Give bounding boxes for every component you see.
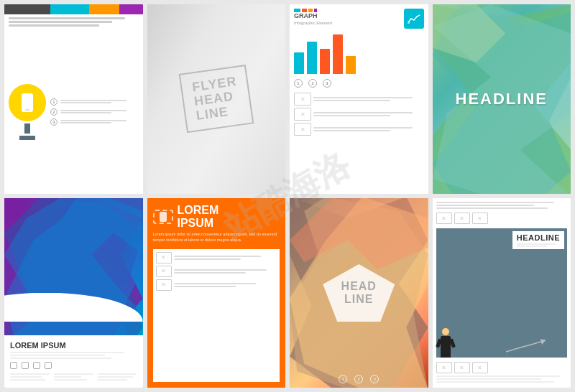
- card-headline-polygon: HEADLINE: [433, 4, 571, 194]
- text-line: [9, 17, 125, 19]
- card6-top: LOREM IPSUM: [153, 204, 280, 229]
- ph-line: [313, 112, 413, 113]
- phone-icon: [160, 212, 167, 222]
- col-line: [10, 376, 42, 378]
- step-line: [60, 120, 126, 121]
- step-row-1: 1: [50, 98, 139, 106]
- step-row-2: 2: [50, 108, 139, 116]
- svg-rect-0: [408, 22, 410, 24]
- step-number-2: 2: [50, 108, 58, 116]
- step-line: [60, 112, 111, 113]
- col-line: [54, 376, 81, 378]
- bar-1: [294, 52, 304, 74]
- phone-stand: [24, 123, 30, 134]
- lorem-line-2: IPSUM: [178, 217, 219, 230]
- card8-lorem-lines: [436, 375, 568, 384]
- text-line: [436, 205, 535, 206]
- ph-box-1: [294, 93, 311, 106]
- text-line: [9, 24, 99, 27]
- sub-line-1: [10, 352, 124, 353]
- line-text: LINE: [344, 293, 373, 305]
- head-text: HEAD: [341, 280, 377, 292]
- card5-icons: [10, 362, 137, 369]
- ph-row-2: ✕: [156, 266, 277, 277]
- step-lines-2: [60, 110, 139, 114]
- bar-teal: [50, 4, 88, 14]
- bar-2: [307, 42, 317, 74]
- card-lorem-polygon: LOREM IPSUM: [4, 198, 143, 388]
- card-flyer-headline: FLYER HEAD LINE: [147, 4, 286, 194]
- sub-line-2: [10, 355, 105, 356]
- ph-line: [313, 127, 413, 129]
- card6-placeholder-area: ✕ ✕ ✕: [153, 249, 280, 382]
- ph-box-d: ✕: [436, 362, 452, 373]
- ph-lines-1: [313, 93, 424, 106]
- step-number-3: 3: [50, 118, 58, 126]
- card6-body-text: Lorem ipsum dolor sit amet,consectetur a…: [153, 232, 280, 243]
- hl-sub-line: [517, 246, 547, 247]
- headline-banner-area: HEADLINE: [436, 228, 568, 358]
- step-lines-3: [60, 120, 139, 124]
- ph-lines-2: [313, 108, 424, 121]
- col-3: [98, 372, 137, 382]
- card1-content: 1 2 3: [4, 14, 143, 194]
- step-line: [60, 102, 111, 103]
- card3-numbers: 1 2 3: [294, 79, 424, 88]
- num-circle-2: 2: [354, 375, 363, 383]
- businessman-figure: [441, 328, 451, 358]
- card7-numbers: 1 2 3: [290, 375, 428, 383]
- ph-lines-3: [313, 123, 424, 136]
- head-line-text: HEAD LINE: [341, 280, 377, 305]
- sub-line-3: [10, 358, 111, 359]
- ph-line: [174, 258, 241, 260]
- col-line: [54, 373, 93, 375]
- ph-box-2: [294, 108, 311, 121]
- card8-top-phs: ✕ ✕ ✕: [436, 213, 568, 224]
- hl-sub-line: [517, 243, 556, 245]
- ph-line: [313, 115, 390, 116]
- svg-marker-13: [540, 339, 546, 345]
- bar-dark: [4, 4, 50, 14]
- col-line: [54, 379, 88, 381]
- step-line: [60, 100, 126, 101]
- chart-icon: [408, 14, 420, 24]
- headline-text: HEADLINE: [517, 233, 560, 242]
- man-body: [441, 336, 451, 358]
- phone-dashed-box: [153, 210, 173, 224]
- ph-lines-1: [174, 252, 277, 263]
- headline-box: FLYER HEAD LINE: [178, 65, 254, 134]
- bar-purple: [119, 4, 142, 14]
- graph-sub: Infographic Element: [294, 21, 332, 25]
- card1-text-lines: [9, 17, 139, 28]
- man-arm-r: [449, 339, 456, 348]
- col-line: [98, 373, 137, 375]
- ph-lines-3: [174, 279, 277, 291]
- ph-box-f: ✕: [472, 362, 488, 373]
- icon-phone: [22, 362, 29, 369]
- icon-mail: [33, 362, 40, 369]
- bar-orange: [89, 4, 120, 14]
- ph-line: [174, 272, 246, 274]
- col-line: [10, 373, 50, 375]
- step-line: [60, 122, 111, 123]
- headline-white-box: HEADLINE: [512, 231, 564, 249]
- step-row-3: 3: [50, 118, 139, 126]
- ph-box-2: ✕: [156, 266, 172, 277]
- step-line: [60, 110, 126, 111]
- phone-base: [19, 136, 35, 140]
- card-mobile-flyer: 1 2 3: [4, 4, 143, 194]
- ph-line: [174, 269, 267, 271]
- ph-box-b: ✕: [454, 213, 470, 224]
- card-graph: GRAPH Infographic Element 1 2 3: [290, 4, 428, 194]
- card1-main-area: 1 2 3: [9, 32, 139, 191]
- num-circle-1: 1: [339, 375, 347, 383]
- card3-top: GRAPH Infographic Element: [294, 9, 424, 29]
- text-line: [436, 207, 548, 209]
- bar-3: [320, 49, 330, 74]
- arrow-chart: [506, 339, 546, 353]
- graph-icon-box: [404, 9, 424, 29]
- ph-box-1: ✕: [156, 252, 172, 263]
- card8-bottom-phs: ✕ ✕ ✕: [436, 362, 568, 373]
- num-1: 1: [294, 79, 303, 88]
- graph-label: GRAPH: [294, 12, 332, 19]
